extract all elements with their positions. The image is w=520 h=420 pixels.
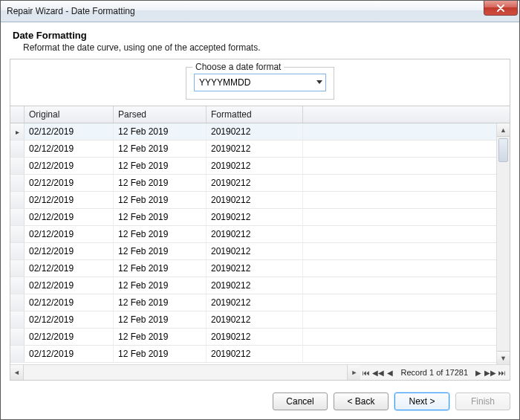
cell-original: 02/12/2019	[25, 209, 114, 225]
close-icon	[497, 4, 504, 12]
scroll-track[interactable]	[497, 137, 510, 351]
cell-formatted: 20190212	[207, 311, 303, 328]
cell-spacer	[303, 226, 497, 242]
row-indicator	[10, 260, 25, 277]
cell-parsed: 12 Feb 2019	[114, 329, 207, 345]
cell-formatted: 20190212	[207, 294, 303, 311]
cell-spacer	[303, 277, 497, 294]
cell-original: 02/12/2019	[25, 192, 114, 208]
table-row[interactable]: 02/12/201912 Feb 201920190212	[10, 346, 497, 363]
table-row[interactable]: 02/12/201912 Feb 201920190212	[10, 140, 497, 158]
back-button[interactable]: < Back	[334, 392, 389, 410]
cell-original: 02/12/2019	[25, 277, 114, 294]
table-row[interactable]: 02/12/201912 Feb 201920190212	[10, 226, 497, 243]
nav-first-button[interactable]: ⏮	[360, 369, 372, 377]
row-indicator	[10, 140, 25, 157]
date-format-combobox[interactable]: YYYYMMDD	[194, 74, 326, 91]
cell-spacer	[303, 346, 497, 362]
cell-original: 02/12/2019	[25, 226, 114, 242]
nav-prev-button[interactable]: ◀	[384, 369, 396, 377]
cell-spacer	[303, 123, 497, 140]
cell-formatted: 20190212	[207, 192, 303, 208]
table-row[interactable]: 02/12/201912 Feb 201920190212	[10, 243, 497, 260]
row-indicator	[10, 192, 25, 208]
table-row[interactable]: 02/12/201912 Feb 201920190212	[10, 277, 497, 294]
table-row[interactable]: 02/12/201912 Feb 201920190212	[10, 294, 497, 311]
table-row[interactable]: 02/12/201912 Feb 201920190212	[10, 329, 497, 346]
cell-original: 02/12/2019	[25, 260, 114, 277]
table-row[interactable]: 02/12/201912 Feb 201920190212	[10, 158, 497, 175]
next-button[interactable]: Next >	[394, 392, 449, 410]
column-header-parsed[interactable]: Parsed	[114, 106, 207, 123]
row-indicator	[10, 311, 25, 328]
cell-formatted: 20190212	[207, 329, 303, 345]
cell-spacer	[303, 294, 497, 311]
table-row[interactable]: 02/12/201912 Feb 201920190212	[10, 192, 497, 209]
row-indicator	[10, 329, 25, 345]
chevron-down-icon	[313, 80, 325, 85]
cell-formatted: 20190212	[207, 277, 303, 294]
wizard-footer: Cancel < Back Next > Finish	[1, 387, 519, 419]
nav-next-page-button[interactable]: ▶▶	[484, 369, 496, 377]
cell-original: 02/12/2019	[25, 158, 114, 174]
cell-original: 02/12/2019	[25, 311, 114, 328]
column-header-formatted[interactable]: Formatted	[207, 106, 303, 123]
grid-navigator: ◄ ► ⏮ ◀◀ ◀ Record 1 of 17281 ▶ ▶▶ ⏭	[10, 364, 510, 380]
record-navigator: ⏮ ◀◀ ◀ Record 1 of 17281 ▶ ▶▶ ⏭	[360, 368, 510, 377]
wizard-body: Choose a date format YYYYMMDD Original P…	[10, 59, 510, 381]
cell-parsed: 12 Feb 2019	[114, 226, 207, 242]
scroll-down-button[interactable]: ▼	[497, 351, 510, 364]
nav-prev-page-button[interactable]: ◀◀	[372, 369, 384, 377]
nav-record-label: Record 1 of 17281	[396, 368, 472, 377]
cell-formatted: 20190212	[207, 346, 303, 362]
column-header-original[interactable]: Original	[25, 106, 114, 123]
cell-original: 02/12/2019	[25, 123, 114, 140]
cancel-button[interactable]: Cancel	[273, 392, 328, 410]
table-row[interactable]: 02/12/201912 Feb 201920190212	[10, 175, 497, 192]
row-indicator	[10, 209, 25, 225]
cell-parsed: 12 Feb 2019	[114, 175, 207, 191]
cell-parsed: 12 Feb 2019	[114, 311, 207, 328]
row-indicator	[10, 346, 25, 362]
cell-formatted: 20190212	[207, 123, 303, 140]
table-row[interactable]: 02/12/201912 Feb 201920190212	[10, 311, 497, 329]
cell-parsed: 12 Feb 2019	[114, 346, 207, 362]
nav-last-button[interactable]: ⏭	[496, 369, 508, 377]
row-indicator	[10, 294, 25, 311]
cell-parsed: 12 Feb 2019	[114, 209, 207, 225]
row-indicator	[10, 277, 25, 294]
hscroll-left-button[interactable]: ◄	[10, 365, 24, 380]
cell-parsed: 12 Feb 2019	[114, 294, 207, 311]
date-format-value: YYYYMMDD	[195, 77, 313, 88]
cell-spacer	[303, 260, 497, 277]
cell-formatted: 20190212	[207, 226, 303, 242]
nav-next-button[interactable]: ▶	[472, 369, 484, 377]
close-button[interactable]	[484, 1, 518, 16]
row-indicator	[10, 226, 25, 242]
table-row[interactable]: ▸02/12/201912 Feb 201920190212	[10, 123, 497, 140]
row-indicator: ▸	[10, 123, 25, 140]
table-row[interactable]: 02/12/201912 Feb 201920190212	[10, 260, 497, 277]
cell-spacer	[303, 209, 497, 225]
hscroll-right-button[interactable]: ►	[347, 365, 360, 380]
cell-original: 02/12/2019	[25, 294, 114, 311]
window-title: Repair Wizard - Date Formatting	[7, 6, 484, 16]
page-title: Date Formatting	[13, 30, 507, 41]
cell-parsed: 12 Feb 2019	[114, 192, 207, 208]
cell-spacer	[303, 175, 497, 191]
cell-original: 02/12/2019	[25, 243, 114, 259]
vertical-scrollbar[interactable]: ▲ ▼	[496, 123, 510, 364]
titlebar: Repair Wizard - Date Formatting	[1, 1, 519, 22]
date-format-group: Choose a date format YYYYMMDD	[186, 67, 334, 100]
table-row[interactable]: 02/12/201912 Feb 201920190212	[10, 209, 497, 226]
cell-parsed: 12 Feb 2019	[114, 260, 207, 277]
cell-formatted: 20190212	[207, 209, 303, 225]
scroll-up-button[interactable]: ▲	[497, 123, 510, 137]
scroll-thumb[interactable]	[498, 138, 508, 162]
cell-parsed: 12 Feb 2019	[114, 123, 207, 140]
grid-header: Original Parsed Formatted	[10, 106, 510, 123]
cell-parsed: 12 Feb 2019	[114, 243, 207, 259]
column-header-spacer	[303, 106, 510, 123]
cell-spacer	[303, 243, 497, 259]
cell-parsed: 12 Feb 2019	[114, 158, 207, 174]
